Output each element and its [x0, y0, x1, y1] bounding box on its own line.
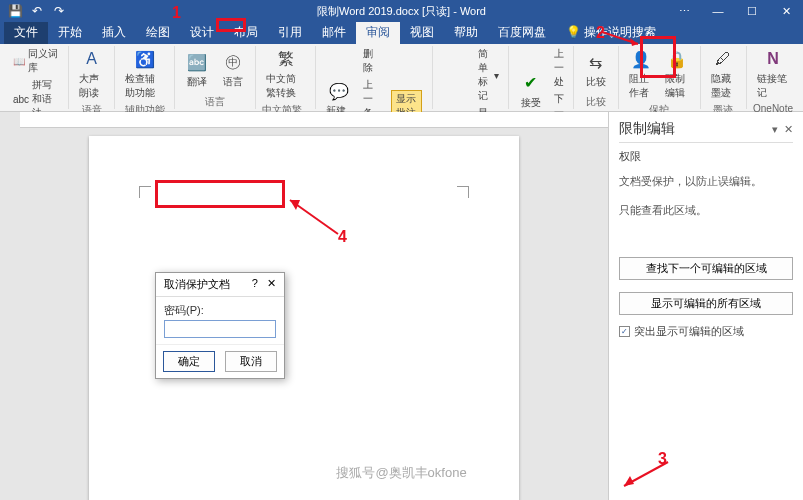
- tab-review[interactable]: 审阅: [356, 21, 400, 44]
- dialog-help-button[interactable]: ?: [252, 277, 258, 289]
- onenote-button[interactable]: N链接笔记: [753, 46, 793, 102]
- title-bar: 💾 ↶ ↷ 限制Word 2019.docx [只读] - Word ⋯ — ☐…: [0, 0, 803, 22]
- tab-layout[interactable]: 布局: [224, 21, 268, 44]
- panel-close-button[interactable]: ✕: [784, 123, 793, 136]
- page[interactable]: [89, 136, 519, 500]
- panel-dropdown-icon[interactable]: ▾: [772, 123, 778, 136]
- thesaurus-button[interactable]: 📖 同义词库: [10, 46, 62, 76]
- undo-icon[interactable]: ↶: [30, 4, 44, 18]
- annotation-number-4: 4: [338, 228, 347, 246]
- save-icon[interactable]: 💾: [8, 4, 22, 18]
- checkbox-icon: ✓: [619, 326, 630, 337]
- group-ink: 🖊隐藏墨迹 墨迹: [701, 46, 747, 109]
- tab-baidu[interactable]: 百度网盘: [488, 21, 556, 44]
- unprotect-dialog: 取消保护文档 ? ✕ 密码(P): 确定 取消: [155, 272, 285, 379]
- accessibility-button[interactable]: ♿检查辅助功能: [121, 46, 168, 102]
- quick-access-toolbar: 💾 ↶ ↷: [0, 4, 74, 18]
- onenote-icon: N: [762, 48, 784, 70]
- person-icon: 👤: [630, 48, 652, 70]
- compare-icon: ⇆: [585, 51, 607, 73]
- tab-mailings[interactable]: 邮件: [312, 21, 356, 44]
- highlight-regions-checkbox[interactable]: ✓ 突出显示可编辑的区域: [619, 324, 793, 339]
- tab-view[interactable]: 视图: [400, 21, 444, 44]
- margin-corner: [139, 186, 151, 198]
- prev-change-button[interactable]: 上一处: [551, 46, 567, 90]
- tab-insert[interactable]: 插入: [92, 21, 136, 44]
- redo-icon[interactable]: ↷: [52, 4, 66, 18]
- window-title: 限制Word 2019.docx [只读] - Word: [317, 4, 486, 19]
- checkbox-label: 突出显示可编辑的区域: [634, 324, 744, 339]
- group-tracking: ✎修订 简单标记 ▾ 显示标记 ▾ 审阅窗格 ▾ 修订: [433, 46, 508, 109]
- margin-corner: [457, 186, 469, 198]
- convert-icon: 繁: [275, 48, 297, 70]
- lock-icon: 🔒: [666, 48, 688, 70]
- tab-draw[interactable]: 绘图: [136, 21, 180, 44]
- annotation-number-1: 1: [172, 4, 181, 22]
- dialog-buttons: 确定 取消: [156, 344, 284, 378]
- watermark: 搜狐号@奥凯丰okfone: [336, 464, 466, 482]
- block-authors-button[interactable]: 👤阻止作者: [625, 46, 658, 102]
- group-compare: ⇆比较 比较: [574, 46, 619, 109]
- options-button[interactable]: ⋯: [667, 0, 701, 22]
- group-protect: 👤阻止作者 🔒限制编辑 保护: [619, 46, 701, 109]
- tab-references[interactable]: 引用: [268, 21, 312, 44]
- dialog-title: 取消保护文档: [164, 277, 230, 292]
- panel-header: 限制编辑 ▾ ✕: [619, 120, 793, 143]
- group-comments: 💬新建批注 删除 上一条 下一条 显示批注 批注: [316, 46, 433, 109]
- check-icon: ✔: [520, 72, 542, 94]
- panel-title: 限制编辑: [619, 120, 675, 138]
- annotation-number-3: 3: [658, 450, 667, 468]
- language-button[interactable]: ㊥语言: [217, 49, 249, 91]
- tab-file[interactable]: 文件: [4, 21, 48, 44]
- globe-icon: ㊥: [222, 51, 244, 73]
- tab-tell-me[interactable]: 💡 操作说明搜索: [556, 21, 666, 44]
- read-aloud-button[interactable]: A大声朗读: [75, 46, 108, 102]
- workspace: 取消保护文档 ? ✕ 密码(P): 确定 取消 限制编辑 ▾ ✕: [0, 112, 803, 500]
- markup-dropdown[interactable]: 简单标记 ▾: [475, 46, 501, 104]
- group-accessibility: ♿检查辅助功能 辅助功能: [115, 46, 175, 109]
- password-label: 密码(P):: [164, 303, 276, 318]
- panel-text: 文档受保护，以防止误编辑。: [619, 174, 793, 189]
- panel-text: 只能查看此区域。: [619, 203, 793, 218]
- password-input[interactable]: [164, 320, 276, 338]
- translate-button[interactable]: 🔤翻译: [181, 49, 213, 91]
- minimize-button[interactable]: —: [701, 0, 735, 22]
- ink-icon: 🖊: [712, 48, 734, 70]
- restrict-editing-panel: 限制编辑 ▾ ✕ 权限 文档受保护，以防止误编辑。 只能查看此区域。 查找下一个…: [608, 112, 803, 500]
- compare-button[interactable]: ⇆比较: [580, 49, 612, 91]
- dialog-close-button[interactable]: ✕: [267, 277, 276, 289]
- show-all-regions-button[interactable]: 显示可编辑的所有区域: [619, 292, 793, 315]
- group-speech: A大声朗读 语音: [69, 46, 115, 109]
- panel-section-label: 权限: [619, 149, 793, 164]
- group-label: 语言: [205, 94, 225, 109]
- translate-icon: 🔤: [186, 51, 208, 73]
- convert-button[interactable]: 繁中文简繁转换: [262, 46, 309, 102]
- accept-button[interactable]: ✔接受: [515, 70, 547, 112]
- ribbon-tabs: 文件 开始 插入 绘图 设计 布局 引用 邮件 审阅 视图 帮助 百度网盘 💡 …: [0, 22, 803, 44]
- accessibility-icon: ♿: [134, 48, 156, 70]
- find-next-region-button[interactable]: 查找下一个可编辑的区域: [619, 257, 793, 280]
- ruler-horizontal: [20, 112, 608, 128]
- document-area: 取消保护文档 ? ✕ 密码(P): 确定 取消: [0, 112, 608, 500]
- delete-comment-button[interactable]: 删除: [360, 46, 383, 76]
- ok-button[interactable]: 确定: [163, 351, 215, 372]
- group-onenote: N链接笔记 OneNote: [747, 46, 799, 109]
- cancel-button[interactable]: 取消: [225, 351, 277, 372]
- maximize-button[interactable]: ☐: [735, 0, 769, 22]
- dialog-titlebar: 取消保护文档 ? ✕: [156, 273, 284, 297]
- readaloud-icon: A: [81, 48, 103, 70]
- ribbon: 📖 同义词库 abc 拼写和语法 📊 字数统计 校对 A大声朗读 语音 ♿检查辅…: [0, 44, 803, 112]
- restrict-editing-button[interactable]: 🔒限制编辑: [661, 46, 694, 102]
- dialog-body: 密码(P):: [156, 297, 284, 344]
- hide-ink-button[interactable]: 🖊隐藏墨迹: [707, 46, 740, 102]
- tab-design[interactable]: 设计: [180, 21, 224, 44]
- group-chinese: 繁中文简繁转换 中文简繁转换: [256, 46, 316, 109]
- comment-icon: 💬: [328, 80, 350, 102]
- group-language: 🔤翻译 ㊥语言 语言: [175, 46, 256, 109]
- annotation-number-2: 2: [596, 24, 605, 42]
- group-proofing: 📖 同义词库 abc 拼写和语法 📊 字数统计 校对: [4, 46, 69, 109]
- window-controls: ⋯ — ☐ ✕: [667, 0, 803, 22]
- tab-home[interactable]: 开始: [48, 21, 92, 44]
- tab-help[interactable]: 帮助: [444, 21, 488, 44]
- close-button[interactable]: ✕: [769, 0, 803, 22]
